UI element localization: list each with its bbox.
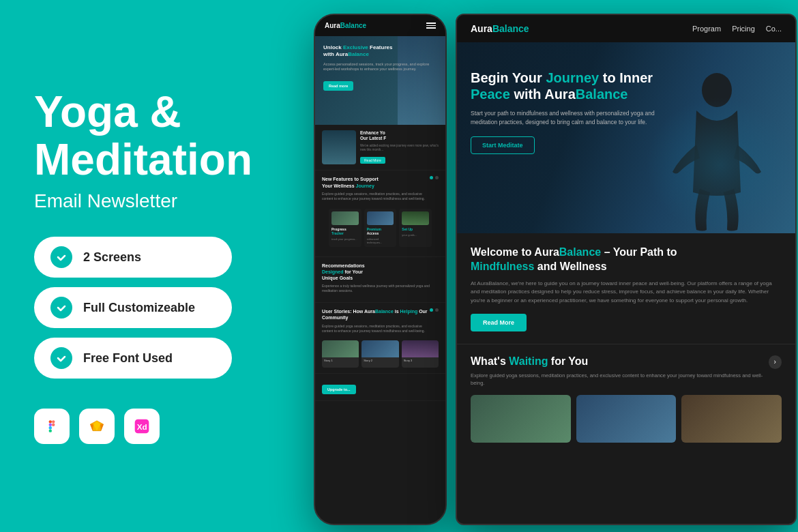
mobile-card-premium: Premium Access enhanced techniques...: [364, 209, 397, 247]
mobile-card-customize-title: Set Up: [402, 227, 429, 231]
mobile-stories-section: User Stories: How AuraBalance is Helping…: [315, 303, 445, 373]
mobile-story-label-2: Story 2: [361, 357, 398, 364]
mobile-story-label-1: Story 1: [322, 357, 359, 364]
hamburger-icon: [426, 23, 436, 29]
desktop-nav-program[interactable]: Program: [692, 25, 721, 33]
mobile-hero-content: Unlock Exclusive Featureswith AuraBalanc…: [323, 44, 437, 91]
mobile-mockup: AuraBalance Unlock Exclusive Featureswit…: [314, 14, 447, 525]
desktop-hero-cta[interactable]: Start Meditate: [471, 136, 535, 154]
sketch-icon: [79, 409, 115, 444]
desktop-hero-title: Begin Your Journey to Inner Peace with A…: [471, 70, 662, 102]
mobile-card-progress: Progress Tracker track your progress...: [329, 209, 361, 247]
mobile-hero-cta[interactable]: Read more: [323, 81, 353, 91]
mobile-features-section: New Features to SupportYour Wellness Jou…: [315, 171, 445, 257]
figma-icon: [34, 409, 70, 444]
svg-rect-4: [49, 426, 52, 429]
feature-item-screens: 2 Screens: [34, 237, 232, 278]
feature-label-customizable: Full Customizeable: [83, 301, 195, 315]
svg-rect-5: [49, 430, 52, 432]
desktop-hero: Begin Your Journey to Inner Peace with A…: [457, 42, 795, 233]
check-icon-font: [50, 347, 72, 369]
feature-label-font: Free Font Used: [83, 351, 173, 366]
svg-text:Xd: Xd: [137, 423, 147, 432]
mobile-stories-title: User Stories: How AuraBalance is Helping…: [322, 308, 430, 321]
mobile-features-desc: Explore guided yoga sessions, meditation…: [322, 192, 430, 201]
check-icon-screens: [50, 246, 72, 268]
desktop-mockup: AuraBalance Program Pricing Co...: [456, 14, 797, 525]
mobile-card-customize-img: [402, 211, 429, 225]
mobile-hero-desc: Access personalized sessions, track your…: [323, 62, 437, 72]
mobile-card-premium-desc: enhanced techniques...: [367, 237, 394, 244]
desktop-waiting-section: What's Waiting for You Explore guided yo…: [457, 344, 795, 454]
mobile-hero-title: Unlock Exclusive Featureswith AuraBalanc…: [323, 44, 437, 59]
desktop-nav-links: Program Pricing Co...: [692, 25, 782, 33]
feature-label-screens: 2 Screens: [83, 250, 141, 265]
mobile-nav: AuraBalance: [315, 15, 445, 36]
svg-rect-1: [49, 421, 52, 424]
mobile-card-premium-title: Premium Access: [367, 227, 394, 235]
mobile-story-img-2: [361, 340, 398, 357]
xd-icon: Xd: [124, 409, 160, 444]
mobile-card-customize-desc: your goals...: [402, 233, 429, 237]
desktop-img-calm: [681, 395, 782, 443]
mobile-feature-cards: Progress Tracker track your progress... …: [322, 205, 439, 251]
mobile-enhance-cta[interactable]: Read More: [360, 157, 385, 164]
desktop-welcome-section: Welcome to AuraBalance – Your Path to Mi…: [457, 233, 795, 344]
mobile-hero: Unlock Exclusive Featureswith AuraBalanc…: [315, 36, 445, 125]
mobile-upgrade-btn[interactable]: Upgrade to...: [322, 385, 356, 394]
desktop-nav: AuraBalance Program Pricing Co...: [457, 15, 795, 42]
feature-item-customizable: Full Customizeable: [34, 287, 232, 328]
main-title: Yoga &Meditation: [34, 88, 273, 184]
desktop-welcome-desc: At AuraBalance, we're here to guide you …: [471, 280, 782, 306]
mobile-dot-1: [430, 176, 433, 179]
desktop-hero-glow: [645, 97, 795, 233]
mobile-card-premium-img: [367, 211, 394, 225]
mobile-card-progress-title: Progress Tracker: [331, 227, 359, 235]
mobile-card-customize: Set Up your goals...: [399, 209, 432, 247]
check-icon-customizable: [50, 297, 72, 319]
mobile-story-card-3: Story 3: [402, 340, 439, 368]
svg-rect-2: [52, 421, 55, 424]
mobile-nav-dots: [430, 176, 439, 179]
mobile-enhance-title: Enhance YoOur Latest F: [360, 130, 439, 142]
desktop-img-yoga: [471, 395, 571, 443]
mobile-brand: AuraBalance: [325, 22, 366, 29]
mobile-story-card-1: Story 1: [322, 340, 359, 368]
desktop-img-meditate: [576, 395, 677, 443]
desktop-nav-pricing[interactable]: Pricing: [732, 25, 755, 33]
mobile-features-title: New Features to SupportYour Wellness Jou…: [322, 176, 430, 188]
subtitle: Email Newsletter: [34, 190, 273, 212]
desktop-waiting-desc: Explore guided yoga sessions, meditation…: [471, 372, 769, 387]
desktop-gallery-next[interactable]: ›: [769, 355, 782, 369]
mobile-enhance-image: [322, 130, 356, 164]
mobile-dot-2: [435, 176, 439, 179]
mobile-recommendations-desc: Experience a truly tailored wellness jou…: [322, 284, 439, 293]
mobile-stories-images: Story 1 Story 2 Story 3: [322, 340, 439, 368]
mobile-stories-desc: Explore guided yoga sessions, meditation…: [322, 324, 430, 334]
desktop-nav-more[interactable]: Co...: [766, 25, 782, 33]
mobile-stories-dot-2: [435, 308, 439, 312]
feature-item-font: Free Font Used: [34, 338, 232, 379]
mobile-recommendations-title: RecommendationsDesigned for YourUnique G…: [322, 263, 439, 281]
desktop-hero-content: Begin Your Journey to Inner Peace with A…: [471, 70, 662, 154]
desktop-image-row: [471, 395, 782, 443]
mobile-stories-dots: [430, 308, 439, 312]
svg-rect-0: [42, 417, 61, 436]
mobile-card-progress-desc: track your progress...: [331, 237, 359, 241]
desktop-hero-desc: Start your path to mindfulness and welln…: [471, 109, 662, 127]
mobile-stories-dot-1: [430, 308, 433, 312]
mobile-story-img-1: [322, 340, 359, 357]
mobile-recommendations-section: RecommendationsDesigned for YourUnique G…: [315, 257, 445, 303]
mobile-card-progress-img: [331, 211, 359, 225]
left-panel: Yoga &Meditation Email Newsletter 2 Scre…: [0, 0, 307, 532]
mobile-enhance-section: Enhance YoOur Latest F We've added excit…: [315, 125, 445, 171]
mobile-story-label-3: Story 3: [402, 357, 439, 364]
desktop-welcome-cta[interactable]: Read More: [471, 314, 527, 331]
desktop-waiting-title: What's Waiting for You: [471, 355, 769, 368]
mobile-enhance-content: Enhance YoOur Latest F We've added excit…: [360, 130, 439, 164]
tool-icons: Xd: [34, 409, 273, 444]
mobile-story-card-2: Story 2: [361, 340, 398, 368]
mobile-story-img-3: [402, 340, 439, 357]
desktop-welcome-title: Welcome to AuraBalance – Your Path to Mi…: [471, 246, 782, 274]
svg-point-6: [52, 424, 55, 426]
